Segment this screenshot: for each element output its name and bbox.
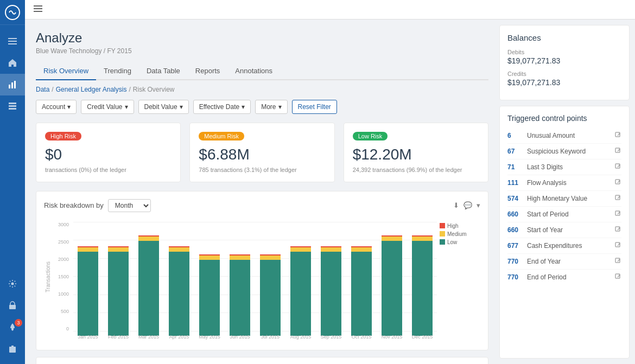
control-points-title: Triggered control points — [507, 114, 621, 123]
control-item[interactable]: 660Start of Period — [507, 207, 621, 222]
control-count: 677 — [507, 242, 527, 250]
chart-legend: High Medium Low — [440, 223, 480, 245]
filter-credit-value[interactable]: Credit Value ▾ — [81, 100, 134, 114]
sidebar-item-table[interactable] — [0, 95, 25, 117]
control-count: 770 — [507, 258, 527, 265]
balances-title: Balances — [507, 33, 621, 42]
chart-area: 3000 2500 2000 1500 1000 500 0 — [55, 218, 480, 342]
filter-more[interactable]: More ▾ — [255, 100, 287, 114]
x-axis-label: Oct 2015 — [347, 331, 376, 342]
y-axis: 3000 2500 2000 1500 1000 500 0 — [55, 222, 71, 331]
legend-low-label: Low — [447, 239, 457, 245]
control-count: 6 — [507, 132, 527, 139]
tab-data-table[interactable]: Data Table — [139, 62, 188, 80]
sidebar-item-lock[interactable] — [0, 295, 25, 316]
tab-annotations[interactable]: Annotations — [227, 62, 280, 80]
download-icon[interactable]: ⬇ — [453, 201, 459, 209]
breadcrumb-data[interactable]: Data — [36, 86, 49, 93]
high-risk-desc: transactions (0%) of the ledger — [45, 167, 172, 173]
balances-card: Balances Debits $19,077,271.83 Credits $… — [499, 25, 630, 100]
control-item[interactable]: 71Last 3 Digits — [507, 159, 621, 175]
chart-title: Risk breakdown by — [44, 201, 104, 209]
chart-title-area: Risk breakdown by Month Quarter Year — [44, 199, 151, 212]
comment-icon[interactable]: 💬 — [463, 201, 472, 209]
control-item[interactable]: 67Suspicious Keyword — [507, 144, 621, 159]
bar-segment-low — [78, 252, 98, 336]
control-link-icon[interactable] — [615, 179, 621, 187]
y-tick-2500: 2500 — [58, 239, 69, 245]
control-item[interactable]: 660Start of Year — [507, 222, 621, 238]
risk-card-high: High Risk $0 transactions (0%) of the le… — [36, 123, 181, 182]
tab-reports[interactable]: Reports — [188, 62, 228, 80]
topbar — [25, 0, 635, 20]
legend-high-label: High — [447, 223, 459, 229]
sidebar-item-box[interactable] — [0, 338, 25, 360]
bar-segment-medium — [169, 247, 189, 252]
bar-segment-medium — [108, 247, 129, 252]
control-link-icon[interactable] — [615, 195, 621, 202]
svg-rect-9 — [9, 108, 16, 110]
sidebar-logo[interactable] — [0, 0, 25, 25]
high-risk-amount: $0 — [45, 146, 172, 163]
bar-group — [286, 222, 315, 336]
control-item[interactable]: 111Flow Analysis — [507, 175, 621, 191]
control-link-icon[interactable] — [615, 163, 621, 171]
control-link-icon[interactable] — [615, 132, 621, 139]
bar-group — [164, 222, 194, 336]
control-link-icon[interactable] — [615, 273, 621, 281]
medium-risk-desc: 785 transactions (3.1%) of the ledger — [199, 167, 325, 173]
bar-segment-low — [199, 260, 220, 336]
chevron-down-icon[interactable]: ▾ — [477, 201, 480, 209]
sidebar-item-rocket[interactable]: 3 — [0, 316, 25, 338]
control-name: Suspicious Keyword — [527, 148, 615, 155]
breadcrumb-general-ledger[interactable]: General Ledger Analysis — [56, 86, 127, 93]
svg-rect-5 — [11, 82, 13, 88]
period-select[interactable]: Month Quarter Year — [108, 199, 151, 212]
x-axis-label: Jan 2015 — [73, 331, 103, 342]
sidebar-item-settings[interactable] — [0, 273, 25, 295]
legend-medium: Medium — [440, 231, 480, 237]
control-name: End of Year — [527, 258, 615, 265]
notification-badge: 3 — [15, 319, 22, 327]
control-item[interactable]: 770End of Period — [507, 270, 621, 285]
credits-value: $19,077,271.83 — [507, 78, 621, 87]
control-count: 71 — [507, 163, 527, 171]
control-name: Last 3 Digits — [527, 163, 615, 171]
reset-filter-button[interactable]: Reset Filter — [292, 100, 337, 114]
bar-segment-low — [351, 252, 372, 336]
filter-debit-value[interactable]: Debit Value ▾ — [138, 100, 189, 114]
bar-segment-medium — [412, 237, 433, 241]
medium-risk-badge: Medium Risk — [199, 132, 244, 141]
filter-effective-date[interactable]: Effective Date ▾ — [193, 100, 251, 114]
tab-risk-overview[interactable]: Risk Overview — [36, 62, 96, 80]
credits-label: Credits — [507, 71, 621, 77]
tab-trending[interactable]: Trending — [96, 62, 139, 80]
control-link-icon[interactable] — [615, 258, 621, 265]
sidebar-item-chart[interactable] — [0, 74, 25, 95]
bottom-chart-strip — [36, 357, 488, 364]
debits-label: Debits — [507, 49, 621, 55]
svg-rect-1 — [8, 38, 17, 39]
sidebar: 3 — [0, 0, 25, 364]
control-link-icon[interactable] — [615, 210, 621, 218]
control-link-icon[interactable] — [615, 148, 621, 155]
control-item[interactable]: 770End of Year — [507, 254, 621, 270]
y-tick-1500: 1500 — [58, 274, 69, 279]
x-axis-labels: Jan 2015Feb 2015Mar 2015Apr 2015May 2015… — [73, 331, 437, 342]
legend-medium-color — [440, 231, 445, 237]
control-item[interactable]: 6Unusual Amount — [507, 128, 621, 144]
control-count: 574 — [507, 195, 527, 202]
filter-account[interactable]: Account ▾ — [36, 100, 77, 114]
topbar-menu-icon[interactable] — [34, 4, 42, 15]
control-item[interactable]: 677Cash Expenditures — [507, 238, 621, 254]
control-link-icon[interactable] — [615, 226, 621, 234]
control-link-icon[interactable] — [615, 242, 621, 250]
content-area: Analyze Blue Wave Technology / FY 2015 R… — [25, 20, 635, 364]
legend-medium-label: Medium — [447, 231, 467, 237]
svg-rect-3 — [8, 43, 17, 44]
sidebar-item-home[interactable] — [0, 52, 25, 74]
control-item[interactable]: 574High Monetary Value — [507, 191, 621, 207]
control-count: 111 — [507, 179, 527, 187]
control-count: 660 — [507, 210, 527, 218]
sidebar-item-menu[interactable] — [0, 30, 25, 52]
